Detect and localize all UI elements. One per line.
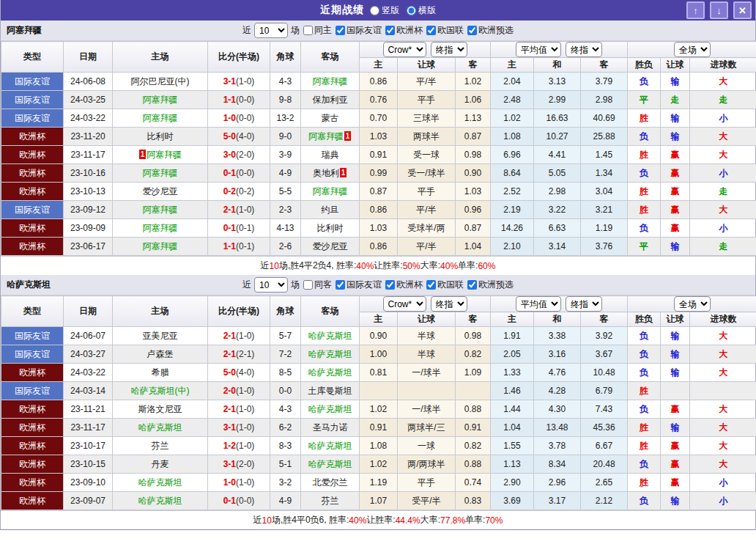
near-count-select[interactable]: 10 (254, 23, 288, 38)
away-team-name: 阿塞拜疆 (313, 186, 348, 196)
same-away-checkbox[interactable] (303, 280, 313, 290)
score-cell: 1-2(1-0) (208, 437, 270, 455)
handicap-home-odds: 1.03 (360, 128, 398, 146)
league-checkbox-2[interactable] (426, 280, 436, 290)
close-button[interactable]: ✕ (733, 1, 752, 19)
result-handicap: 输 (661, 128, 690, 146)
section-team-name: 哈萨克斯坦 (7, 279, 51, 291)
league-filter-1[interactable]: 欧洲杯 (385, 24, 423, 37)
league-filter-3[interactable]: 欧洲预选 (467, 24, 514, 37)
home-team: 阿塞拜疆 (113, 219, 208, 238)
odds-source-select-1[interactable]: 终指 (431, 296, 467, 312)
league-checkbox-2[interactable] (426, 26, 436, 35)
match-row: 欧洲杯23-11-21斯洛文尼亚2-1(1-0)4-3哈萨克斯坦1.02一/球半… (1, 400, 756, 419)
league-type-cell: 欧洲杯 (1, 437, 64, 455)
result-goals (690, 382, 756, 400)
odds-source-select-0[interactable]: Crow* (383, 42, 426, 57)
match-row: 国际友谊24-03-14哈萨克斯坦(中)2-0(1-0)0-0土库曼斯坦1.46… (1, 382, 756, 400)
league-filter-2[interactable]: 欧国联 (426, 24, 464, 37)
away-team: 瑞典 (301, 146, 360, 164)
home-team: 哈萨克斯坦 (113, 419, 208, 437)
handicap-away-odds: 0.74 (456, 474, 491, 492)
same-away-filter[interactable]: 同客 (303, 279, 332, 291)
handicap-home-odds: 0.91 (360, 419, 398, 437)
halftime-score: (4-0) (236, 131, 254, 141)
match-row: 欧洲杯23-11-17哈萨克斯坦3-1(1-0)6-2圣马力诺0.91两球半/三… (1, 419, 756, 437)
summary-segment-2: 场,胜4平2负4, 胜率: (279, 260, 356, 272)
halftime-score: (0-0) (236, 168, 254, 178)
result-winlose: 平 (628, 91, 661, 109)
away-team-name: 哈萨克斯坦 (308, 441, 352, 451)
handicap-line: 一/球半 (398, 364, 456, 382)
average-draw-odds: 4.30 (534, 400, 581, 419)
handicap-home-odds: 0.76 (360, 91, 398, 109)
league-checkbox-3[interactable] (467, 26, 477, 35)
handicap-away-odds: 0.91 (456, 419, 491, 437)
halftime-score: (4-0) (236, 367, 254, 378)
result-handicap: 输 (661, 419, 690, 437)
column-header-1: 日期 (64, 296, 113, 327)
odds-source-select-1[interactable]: 终指 (431, 42, 467, 57)
layout-option-horizontal[interactable]: 横版 (407, 4, 436, 17)
move-down-button[interactable]: ↓ (710, 1, 728, 19)
away-team-name: 土库曼斯坦 (308, 386, 352, 396)
average-source-select-1[interactable]: 终指 (566, 296, 602, 312)
score-cell: 0-2(0-2) (208, 183, 270, 201)
league-checkbox-1[interactable] (385, 280, 395, 290)
fulltime-score: 2-1 (223, 331, 236, 341)
handicap-line: 半球 (398, 345, 456, 364)
home-team-name: 阿塞拜疆 (143, 223, 178, 233)
same-home-checkbox[interactable] (303, 26, 313, 35)
layout-radio-horizontal[interactable] (407, 6, 416, 15)
result-goals: 走 (690, 238, 756, 256)
league-type-cell: 欧洲杯 (1, 400, 64, 419)
league-filter-0[interactable]: 国际友谊 (335, 24, 382, 37)
handicap-away-odds: 0.82 (456, 437, 491, 455)
average-home-odds: 2.90 (491, 474, 534, 492)
near-count-select[interactable]: 10 (254, 277, 288, 293)
move-up-button[interactable]: ↑ (686, 1, 705, 19)
handicap-home-odds: 0.86 (360, 73, 398, 91)
summary-segment-2: 场,胜4平0负6, 胜率: (272, 514, 349, 526)
column-header-0: 类型 (1, 42, 64, 73)
league-type-cell: 欧洲杯 (1, 219, 64, 238)
red-card-badge: 1 (344, 131, 351, 141)
league-checkbox-0[interactable] (336, 26, 345, 35)
average-draw-odds: 2.96 (534, 474, 581, 492)
average-source-select-1[interactable]: 终指 (566, 42, 602, 57)
fullmatch-select-0[interactable]: 全场 (674, 42, 711, 57)
avg-sub-header-0: 主 (491, 58, 534, 73)
score-cell: 2-1(1-0) (208, 327, 270, 345)
home-team-name: 阿塞拜疆 (147, 150, 182, 160)
halftime-score: (1-0) (236, 331, 254, 341)
same-home-filter[interactable]: 同主 (303, 24, 332, 37)
league-checkbox-3[interactable] (467, 280, 477, 290)
match-row: 国际友谊24-03-27卢森堡2-1(2-1)7-2哈萨克斯坦1.00半球0.8… (1, 345, 756, 364)
average-source-select-0[interactable]: 平均值 (516, 42, 561, 57)
layout-radio-vertical[interactable] (370, 6, 379, 15)
result-goals: 大 (690, 455, 756, 474)
league-checkbox-0[interactable] (336, 280, 345, 290)
result-handicap: 赢 (661, 146, 690, 164)
league-filter-3[interactable]: 欧洲预选 (467, 279, 514, 291)
league-filter-0[interactable]: 国际友谊 (335, 279, 382, 291)
home-team: 阿尔巴尼亚(中) (113, 73, 208, 91)
date-cell: 23-09-10 (64, 474, 113, 492)
average-draw-odds: 2.99 (534, 91, 581, 109)
handicap-away-odds: 0.82 (456, 345, 491, 364)
layout-option-vertical[interactable]: 竖版 (370, 4, 399, 17)
league-filter-1[interactable]: 欧洲杯 (385, 279, 423, 291)
odds-source-select-0[interactable]: Crow* (383, 296, 426, 312)
league-filter-2[interactable]: 欧国联 (426, 279, 464, 291)
score-cell: 1-0(1-0) (208, 474, 270, 492)
league-checkbox-1[interactable] (385, 26, 395, 35)
recent-results-window: 近期战绩 竖版 横版 ↑ ↓ ✕ 阿塞拜疆近10场同主国际友谊欧洲杯欧国联欧洲预… (0, 0, 756, 530)
handicap-line: 两/两球半 (398, 455, 456, 474)
average-source-select-0[interactable]: 平均值 (516, 296, 561, 312)
match-row: 欧洲杯23-10-15丹麦3-1(2-0)5-1哈萨克斯坦1.02两/两球半0.… (1, 455, 756, 474)
result-sub-header-1: 让球 (661, 58, 690, 73)
home-team-name: 亚美尼亚 (143, 331, 178, 341)
away-team: 圣马力诺 (301, 419, 360, 437)
fullmatch-select-0[interactable]: 全场 (674, 296, 711, 312)
odds-source-cell: Crow*终指 (360, 296, 491, 312)
